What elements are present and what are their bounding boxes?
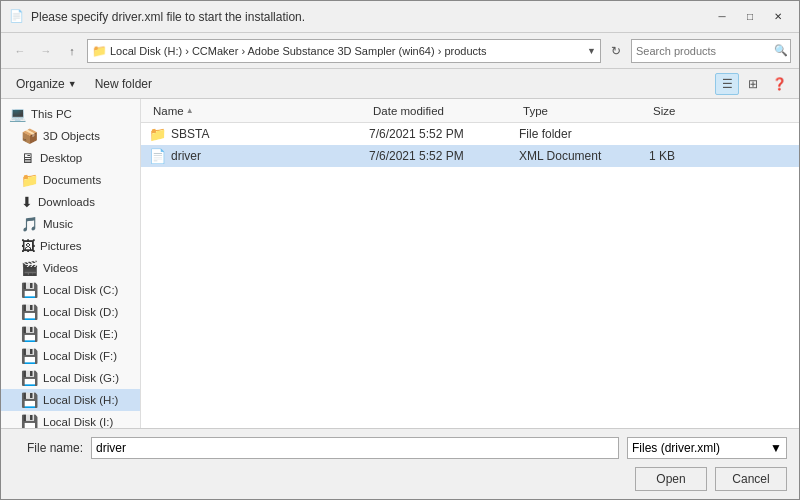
view-details-button[interactable]: ☰ xyxy=(715,73,739,95)
sidebar-item-label: Videos xyxy=(43,262,78,274)
sidebar-item[interactable]: 🖥Desktop xyxy=(1,147,140,169)
sidebar-item-icon: 💾 xyxy=(21,304,38,320)
file-icon: 📁 xyxy=(149,126,166,142)
sidebar-item[interactable]: 💾Local Disk (H:) xyxy=(1,389,140,411)
organize-button[interactable]: Organize ▼ xyxy=(9,73,84,95)
address-input[interactable]: 📁 Local Disk (H:) › CCMaker › Adobe Subs… xyxy=(87,39,601,63)
sidebar: 💻This PC📦3D Objects🖥Desktop📁Documents⬇Do… xyxy=(1,99,141,428)
search-input[interactable] xyxy=(636,45,774,57)
sidebar-item[interactable]: 💻This PC xyxy=(1,103,140,125)
search-container: 🔍 xyxy=(631,39,791,63)
dialog-title: Please specify driver.xml file to start … xyxy=(31,10,305,24)
sidebar-item-icon: 💾 xyxy=(21,392,38,408)
organize-label: Organize xyxy=(16,77,65,91)
toolbar: Organize ▼ New folder ☰ ⊞ ❓ xyxy=(1,69,799,99)
sidebar-item[interactable]: 💾Local Disk (I:) xyxy=(1,411,140,428)
sidebar-item-icon: 💾 xyxy=(21,414,38,428)
filename-row: File name: Files (driver.xml) ▼ xyxy=(13,437,787,459)
sidebar-item-icon: 🖼 xyxy=(21,238,35,254)
sidebar-item-label: Local Disk (E:) xyxy=(43,328,118,340)
sidebar-item-label: This PC xyxy=(31,108,72,120)
sidebar-item-label: Documents xyxy=(43,174,101,186)
col-header-type[interactable]: Type xyxy=(519,105,649,117)
title-bar: 📄 Please specify driver.xml file to star… xyxy=(1,1,799,33)
filetype-label: Files (driver.xml) xyxy=(632,441,720,455)
view-icons-button[interactable]: ❓ xyxy=(767,73,791,95)
filename-input-field[interactable] xyxy=(96,441,614,455)
close-button[interactable]: ✕ xyxy=(765,7,791,27)
sidebar-item-icon: 📁 xyxy=(21,172,38,188)
back-button[interactable]: ← xyxy=(9,40,31,62)
file-name-col: 📁SBSTA xyxy=(149,126,369,142)
sidebar-item-label: 3D Objects xyxy=(43,130,100,142)
filetype-dropdown-icon: ▼ xyxy=(770,441,782,455)
sidebar-item[interactable]: 🖼Pictures xyxy=(1,235,140,257)
file-name-col: 📄driver xyxy=(149,148,369,164)
dialog-icon: 📄 xyxy=(9,9,25,25)
sidebar-item-icon: ⬇ xyxy=(21,194,33,210)
sidebar-item-icon: 🖥 xyxy=(21,150,35,166)
sidebar-item[interactable]: 📁Documents xyxy=(1,169,140,191)
sidebar-item[interactable]: 💾Local Disk (G:) xyxy=(1,367,140,389)
open-button[interactable]: Open xyxy=(635,467,707,491)
file-size-col: 1 KB xyxy=(649,149,729,163)
title-bar-left: 📄 Please specify driver.xml file to star… xyxy=(9,9,305,25)
col-size-label: Size xyxy=(653,105,675,117)
breadcrumb-folder-icon: 📁 xyxy=(92,44,107,58)
sidebar-item-label: Local Disk (C:) xyxy=(43,284,118,296)
sidebar-item-label: Downloads xyxy=(38,196,95,208)
col-type-label: Type xyxy=(523,105,548,117)
filetype-select[interactable]: Files (driver.xml) ▼ xyxy=(627,437,787,459)
col-header-size[interactable]: Size xyxy=(649,105,729,117)
breadcrumb-dropdown-icon[interactable]: ▼ xyxy=(587,46,596,56)
cancel-button[interactable]: Cancel xyxy=(715,467,787,491)
refresh-button[interactable]: ↻ xyxy=(605,40,627,62)
minimize-button[interactable]: ─ xyxy=(709,7,735,27)
sidebar-item-label: Local Disk (H:) xyxy=(43,394,118,406)
file-type-col: XML Document xyxy=(519,149,649,163)
breadcrumb-text: Local Disk (H:) › CCMaker › Adobe Substa… xyxy=(110,45,584,57)
maximize-button[interactable]: □ xyxy=(737,7,763,27)
view-tiles-button[interactable]: ⊞ xyxy=(741,73,765,95)
col-name-label: Name xyxy=(153,105,184,117)
sidebar-item-label: Desktop xyxy=(40,152,82,164)
filename-input-container[interactable] xyxy=(91,437,619,459)
table-row[interactable]: 📁SBSTA7/6/2021 5:52 PMFile folder xyxy=(141,123,799,145)
col-header-date[interactable]: Date modified xyxy=(369,105,519,117)
sidebar-item-icon: 💻 xyxy=(9,106,26,122)
col-date-label: Date modified xyxy=(373,105,444,117)
forward-button[interactable]: → xyxy=(35,40,57,62)
sidebar-item[interactable]: 💾Local Disk (E:) xyxy=(1,323,140,345)
sidebar-item[interactable]: 💾Local Disk (F:) xyxy=(1,345,140,367)
sidebar-item-icon: 🎬 xyxy=(21,260,38,276)
new-folder-button[interactable]: New folder xyxy=(88,73,159,95)
action-row: Open Cancel xyxy=(13,467,787,491)
up-button[interactable]: ↑ xyxy=(61,40,83,62)
sidebar-item-label: Local Disk (D:) xyxy=(43,306,118,318)
sidebar-item[interactable]: 📦3D Objects xyxy=(1,125,140,147)
file-name-text: SBSTA xyxy=(171,127,209,141)
filename-label: File name: xyxy=(13,441,83,455)
sidebar-item-icon: 📦 xyxy=(21,128,38,144)
main-content: 💻This PC📦3D Objects🖥Desktop📁Documents⬇Do… xyxy=(1,99,799,428)
file-date-col: 7/6/2021 5:52 PM xyxy=(369,127,519,141)
file-pane: Name ▲ Date modified Type Size 📁SBSTA7/6… xyxy=(141,99,799,428)
bottom-bar: File name: Files (driver.xml) ▼ Open Can… xyxy=(1,428,799,499)
file-date-col: 7/6/2021 5:52 PM xyxy=(369,149,519,163)
file-name-text: driver xyxy=(171,149,201,163)
sidebar-item[interactable]: 💾Local Disk (D:) xyxy=(1,301,140,323)
sidebar-item[interactable]: 🎵Music xyxy=(1,213,140,235)
address-bar: ← → ↑ 📁 Local Disk (H:) › CCMaker › Adob… xyxy=(1,33,799,69)
file-list-header: Name ▲ Date modified Type Size xyxy=(141,99,799,123)
sidebar-item-label: Local Disk (G:) xyxy=(43,372,119,384)
title-bar-controls: ─ □ ✕ xyxy=(709,7,791,27)
sidebar-item-label: Local Disk (F:) xyxy=(43,350,117,362)
sidebar-item-icon: 💾 xyxy=(21,282,38,298)
organize-dropdown-icon: ▼ xyxy=(68,79,77,89)
sidebar-item[interactable]: 💾Local Disk (C:) xyxy=(1,279,140,301)
sidebar-item-icon: 💾 xyxy=(21,348,38,364)
col-header-name[interactable]: Name ▲ xyxy=(149,105,369,117)
sidebar-item[interactable]: 🎬Videos xyxy=(1,257,140,279)
sidebar-item[interactable]: ⬇Downloads xyxy=(1,191,140,213)
table-row[interactable]: 📄driver7/6/2021 5:52 PMXML Document1 KB xyxy=(141,145,799,167)
